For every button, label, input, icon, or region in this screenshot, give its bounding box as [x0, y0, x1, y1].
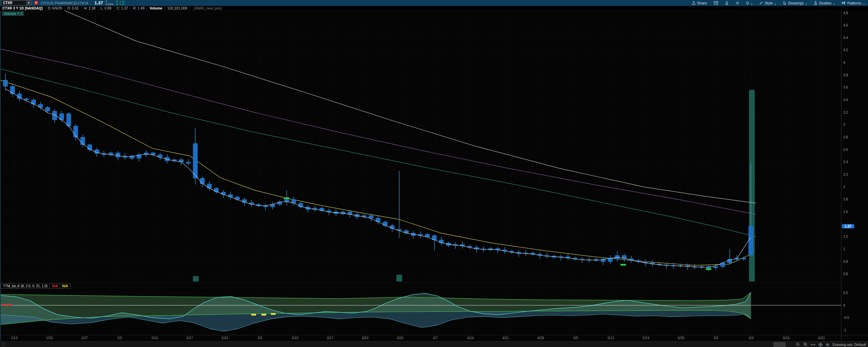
- svg-text:3.8: 3.8: [843, 73, 848, 77]
- symbol-input[interactable]: CTXR: [1, 0, 32, 5]
- scrollbar-dots-icon: ··: [789, 343, 793, 346]
- pan-horizontal-button[interactable]: [811, 343, 815, 346]
- flask-icon: [725, 1, 729, 5]
- ttm-panel: [0, 292, 841, 331]
- studies-label: Studies: [819, 1, 831, 5]
- svg-text:4.2: 4.2: [843, 48, 848, 52]
- svg-text:4/28: 4/28: [537, 336, 544, 340]
- change-stack: 0 0.00%: [106, 0, 114, 6]
- ema-line-yellow: [0, 80, 751, 265]
- timeframe-button[interactable]: D: [746, 1, 753, 5]
- crosshair-mode-button[interactable]: [818, 343, 823, 347]
- ohlc-date: D: 6/9/25: [45, 6, 65, 11]
- svg-text:5/26: 5/26: [678, 336, 685, 340]
- svg-text:4.6: 4.6: [843, 23, 848, 27]
- date-axis[interactable]: 1/131/201/272/32/102/172/243/33/103/173/…: [11, 336, 825, 340]
- chevron-down-icon: [863, 4, 865, 5]
- buy-signal-dash: [706, 268, 711, 270]
- svg-text:-1: -1: [843, 328, 846, 332]
- layout-button[interactable]: [713, 1, 719, 5]
- price-chart[interactable]: 4.84.64.44.243.83.63.43.232.82.62.42.221…: [0, 0, 868, 347]
- svg-text:4: 4: [843, 61, 845, 64]
- zoom-in-button[interactable]: [803, 342, 808, 347]
- top-app-bar: CTXR CITIUS PHARMACEUTICA 1.37 0 0.00% B…: [0, 0, 868, 6]
- buy-signal-dash: [620, 264, 626, 266]
- drawings-button[interactable]: Drawings: [782, 1, 808, 5]
- layout-icon: [714, 1, 718, 5]
- ema-line-purple: [0, 49, 756, 214]
- crosshair-icon: [818, 343, 823, 347]
- squeeze-dash-red: [1, 304, 6, 306]
- ohlc-close: C: 1.37: [114, 6, 131, 11]
- chevron-down-icon: [775, 4, 776, 5]
- svg-text:2/10: 2/10: [151, 336, 158, 340]
- svg-text:3: 3: [843, 123, 845, 127]
- share-button[interactable]: Share: [691, 1, 708, 5]
- ohlc-high: H: 2.38: [82, 6, 98, 11]
- last-price: 1.37: [94, 0, 103, 5]
- svg-text:4/21: 4/21: [502, 336, 509, 340]
- squeeze-dash-yellow: [251, 314, 256, 315]
- lower-study-header: TTM_bb_K (8, 2.0, 0, 21, 1.0) N/A N/A: [1, 284, 71, 289]
- zoom-out-button[interactable]: [796, 342, 800, 347]
- symbol-dropdown-caret[interactable]: [26, 1, 31, 5]
- svg-text:4/14: 4/14: [467, 336, 474, 340]
- lower-study-label[interactable]: TTM_bb_K (8, 2.0, 0, 21, 1.0): [1, 284, 50, 289]
- lower-study-na-red: N/A: [50, 284, 60, 289]
- zoom-in-icon: [803, 342, 808, 347]
- pan-hand-button[interactable]: [826, 343, 829, 347]
- squeeze-dash-yellow: [271, 313, 276, 315]
- svg-text:0.8: 0.8: [843, 260, 848, 264]
- svg-text:2.6: 2.6: [843, 148, 848, 152]
- settings-button[interactable]: [735, 1, 740, 5]
- time-scrollbar[interactable]: [773, 342, 786, 347]
- style-button[interactable]: Style: [758, 1, 777, 5]
- ema-line-gray: [53, 5, 756, 203]
- patterns-label: Patterns: [847, 1, 861, 5]
- timeframe-label: D: [746, 1, 749, 5]
- svg-text:0: 0: [843, 304, 845, 307]
- study-note: _EMAS_new (yes): [190, 6, 224, 11]
- alert-icon[interactable]: [34, 1, 38, 5]
- svg-text:5/5: 5/5: [573, 336, 578, 340]
- lower-study-na-yellow: N/A: [60, 284, 70, 289]
- ema-line-teal: [0, 69, 756, 237]
- status-bar-right: ·· Drawing set: Default: [773, 342, 868, 347]
- ohlc-range: R: 1.49: [131, 6, 147, 11]
- chart-title: CTXR 3 Y 1D [NASDAQ]: [0, 6, 45, 11]
- svg-text:3.2: 3.2: [843, 111, 848, 114]
- svg-text:3/10: 3/10: [292, 336, 298, 340]
- squeeze-dash-yellow: [261, 314, 266, 315]
- svg-text:-0.5: -0.5: [843, 316, 849, 320]
- symbol-header: CTXR CITIUS PHARMACEUTICA 1.37 0 0.00% B…: [0, 0, 125, 6]
- drawing-set-label[interactable]: Drawing set: Default: [832, 343, 866, 347]
- volume-value: 102,331,008: [165, 6, 190, 11]
- change-percent: 0.00%: [106, 3, 114, 6]
- resize-grip-icon[interactable]: [2, 343, 5, 346]
- chevron-down-icon: [806, 4, 807, 5]
- hand-icon: [826, 343, 829, 347]
- svg-text:2.8: 2.8: [843, 135, 848, 139]
- quick-study-button[interactable]: [724, 1, 729, 5]
- svg-text:3/31: 3/31: [397, 336, 404, 340]
- svg-text:0.6: 0.6: [843, 272, 848, 276]
- left-right-arrows-icon: [811, 343, 815, 346]
- svg-text:2.4: 2.4: [843, 160, 848, 164]
- svg-text:1.37: 1.37: [845, 225, 851, 228]
- pointer-icon: [783, 1, 787, 5]
- svg-text:2: 2: [843, 185, 845, 189]
- patterns-button[interactable]: Patterns: [841, 1, 865, 5]
- svg-text:1/13: 1/13: [11, 336, 18, 340]
- svg-text:1.8: 1.8: [843, 197, 848, 201]
- svg-text:0.5: 0.5: [843, 291, 848, 295]
- svg-text:3/24: 3/24: [362, 336, 369, 340]
- volume-bars: [193, 90, 755, 282]
- svg-text:3/17: 3/17: [327, 336, 334, 340]
- studies-button[interactable]: Studies: [813, 1, 835, 5]
- chevron-down-icon: [833, 4, 835, 5]
- zoom-out-icon: [796, 342, 800, 347]
- svg-text:1/27: 1/27: [81, 336, 88, 340]
- price-axis[interactable]: 4.84.64.44.243.83.63.43.232.82.62.42.221…: [843, 11, 849, 332]
- svg-text:3/3: 3/3: [258, 336, 262, 340]
- squeeze-dash-red: [7, 304, 12, 306]
